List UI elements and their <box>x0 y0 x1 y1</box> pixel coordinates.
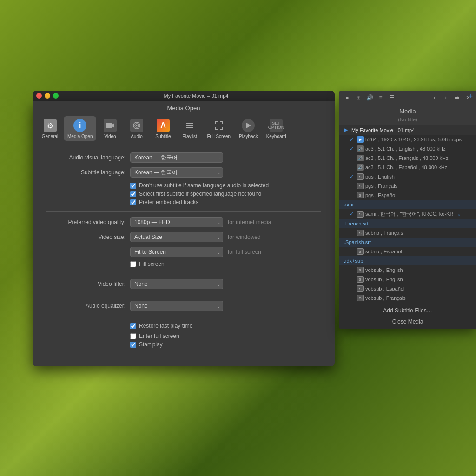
subtitle-language-label: Subtitle language: <box>46 169 126 176</box>
spanish-srt-header[interactable]: .Spanish.srt <box>339 238 476 247</box>
svg-marker-8 <box>246 123 251 128</box>
french-srt-label: .French.srt <box>344 221 369 226</box>
video-track-item[interactable]: ✓ ▶ h264 , 1920 × 1040 , 23.98 fps, 5.06… <box>339 135 476 144</box>
idx-sub-header[interactable]: .idx+sub <box>339 256 476 265</box>
divider-1 <box>46 211 321 212</box>
subtitle-track-1[interactable]: ✓ S pgs , English <box>339 172 476 181</box>
no-subtitle-same-lang-checkbox[interactable] <box>130 183 136 189</box>
toolbar-video[interactable]: Video <box>97 116 123 141</box>
rpanel-btn-shuffle[interactable]: ⇌ <box>452 93 462 103</box>
minimize-button[interactable] <box>45 93 50 99</box>
audio2-info: ac3 , 5.1 Ch. , Français , 48.000 kHz <box>365 155 449 161</box>
vobsub-track-2[interactable]: ✓ S vobsub , English <box>339 275 476 284</box>
prefer-embedded-label: Prefer embedded tracks <box>139 199 198 205</box>
video-size-windowed-extra: for windowed <box>228 234 261 240</box>
vobsub4-info: vobsub , Français <box>365 295 406 301</box>
media-list: ▶ My Favorite Movie - 01.mp4 ✓ ▶ h264 , … <box>339 125 476 303</box>
select-first-subtitle-checkbox[interactable] <box>130 191 136 197</box>
audio-equalizer-label: Audio equalizer: <box>46 303 126 309</box>
smi-file-header[interactable]: .smi <box>339 200 476 209</box>
toolbar-keyboard-label: Keyboard <box>266 134 286 139</box>
video-filter-label: Video filter: <box>46 281 126 287</box>
audio-track-2[interactable]: ✓ 🔊 ac3 , 5.1 Ch. , Français , 48.000 kH… <box>339 153 476 163</box>
close-button[interactable] <box>36 93 42 99</box>
subtitle-language-select[interactable]: Korean — 한국어 English <box>130 167 223 178</box>
audio-track-1[interactable]: ✓ 🔊 ac3 , 5.1 Ch. , English , 48.000 kHz <box>339 144 476 153</box>
rpanel-btn-circle[interactable]: ● <box>342 93 352 103</box>
french-srt-header[interactable]: .French.srt <box>339 219 476 228</box>
toolbar-fullscreen-label: Full Screen <box>207 134 231 139</box>
rpanel-btn-prev[interactable]: ‹ <box>430 93 440 103</box>
toolbar-keyboard[interactable]: SETOPTION Keyboard <box>263 116 290 141</box>
general-icon: ⚙ <box>44 119 57 132</box>
fill-screen-label: Fill screen <box>139 261 165 267</box>
spanish-srt-label: .Spanish.srt <box>344 239 371 245</box>
prefer-embedded-checkbox[interactable] <box>130 199 136 205</box>
audio-visual-language-select[interactable]: Korean — 한국어 English <box>130 152 223 163</box>
checkbox-prefer-embedded: Prefer embedded tracks <box>130 199 321 205</box>
plus-button[interactable]: + <box>465 91 476 102</box>
sami-dropdown-arrow[interactable]: ⌄ <box>457 211 461 217</box>
vobsub2-info: vobsub , English <box>365 277 403 282</box>
toolbar-playlist[interactable]: Playlist <box>177 116 202 141</box>
toolbar-fullscreen[interactable]: Full Screen <box>203 116 234 141</box>
video-filter-select[interactable]: None <box>130 279 223 289</box>
sub1-icon: S <box>357 173 364 180</box>
start-play-label: Start play <box>139 341 163 348</box>
audio-equalizer-select[interactable]: None <box>130 301 223 311</box>
start-play-checkbox[interactable] <box>130 342 136 348</box>
french-sub-track[interactable]: ✓ S subrip , Français <box>339 228 476 238</box>
close-media-button[interactable]: Close Media <box>339 316 476 327</box>
audio1-check: ✓ <box>350 146 355 152</box>
window-title: My Favorite Movie – 01.mp4 <box>61 93 331 99</box>
preferred-video-quality-select[interactable]: 1080p — FHD 720p — HD 4K <box>130 217 223 227</box>
video-size-fullscreen-extra: for full screen <box>228 249 261 255</box>
toolbar-media-open[interactable]: i Media Open <box>64 116 96 141</box>
vobsub-track-1[interactable]: ✓ S vobsub , English <box>339 265 476 275</box>
toolbar-audio[interactable]: Audio <box>124 116 149 141</box>
toolbar-playlist-label: Playlist <box>182 134 197 139</box>
vobsub-track-3[interactable]: ✓ S vobsub , Español <box>339 284 476 293</box>
subtitle-icon: A <box>157 119 170 132</box>
idx-sub-label: .idx+sub <box>344 258 363 264</box>
vobsub4-icon: S <box>357 295 364 301</box>
rpanel-btn-volume[interactable]: 🔊 <box>364 93 375 103</box>
french-sub-icon: S <box>357 230 364 236</box>
toolbar-general[interactable]: ⚙ General <box>37 116 63 141</box>
toolbar-playback[interactable]: Playback <box>235 116 262 141</box>
playback-icon <box>242 119 255 132</box>
playlist-icon <box>183 119 196 132</box>
media-file-item[interactable]: ▶ My Favorite Movie - 01.mp4 <box>339 125 476 135</box>
spanish-sub-track[interactable]: ✓ S subrip , Español <box>339 247 476 256</box>
settings-toolbar: ⚙ General i Media Open Video Au <box>33 114 335 145</box>
audio-visual-language-label: Audio-visual language: <box>46 154 126 161</box>
video-filter-row: Video filter: None ⌄ <box>46 279 321 289</box>
maximize-button[interactable] <box>53 93 59 99</box>
sub3-info: pgs , Español <box>365 192 397 198</box>
subtitle-track-2[interactable]: ✓ S pgs , Français <box>339 181 476 191</box>
keyboard-icon: SETOPTION <box>270 119 283 132</box>
audio1-info: ac3 , 5.1 Ch. , English , 48.000 kHz <box>365 146 445 152</box>
fill-screen-checkbox[interactable] <box>130 261 136 267</box>
right-panel-toolbar: ● ⊞ 🔊 ≡ ☰ ‹ › ⇌ ✕ <box>339 91 476 105</box>
vobsub3-info: vobsub , Español <box>365 286 404 291</box>
sami1-check: ✓ <box>350 211 355 217</box>
video-track-icon: ▶ <box>357 136 364 143</box>
sub1-check: ✓ <box>350 174 355 180</box>
rpanel-btn-next[interactable]: › <box>441 93 451 103</box>
video-size-fullscreen-row: Fit to Screen Actual Size ⌄ for full scr… <box>46 247 321 257</box>
restore-play-time-checkbox[interactable] <box>130 323 136 329</box>
audio-track-3[interactable]: ✓ 🔊 ac3 , 5.1 Ch. , Español , 48.000 kHz <box>339 163 476 172</box>
rpanel-btn-list[interactable]: ≡ <box>376 93 386 103</box>
enter-full-screen-checkbox[interactable] <box>130 333 136 339</box>
video-size-windowed-select[interactable]: Actual Size Fit to Window <box>130 232 223 242</box>
toolbar-subtitle[interactable]: A Subtitle <box>150 116 176 141</box>
subtitle-track-3[interactable]: ✓ S pgs , Español <box>339 191 476 200</box>
add-subtitle-files-button[interactable]: Add Subtitle Files… <box>339 305 476 316</box>
dialog-title: Media Open <box>33 101 335 114</box>
vobsub-track-4[interactable]: ✓ S vobsub , Français <box>339 293 476 303</box>
rpanel-btn-list2[interactable]: ☰ <box>387 93 397 103</box>
rpanel-btn-grid[interactable]: ⊞ <box>353 93 364 103</box>
sami-track-1[interactable]: ✓ S sami , 한국어 , "한국어", KRCC, ko-KR ⌄ <box>339 209 476 219</box>
video-size-fullscreen-select[interactable]: Fit to Screen Actual Size <box>130 247 223 257</box>
